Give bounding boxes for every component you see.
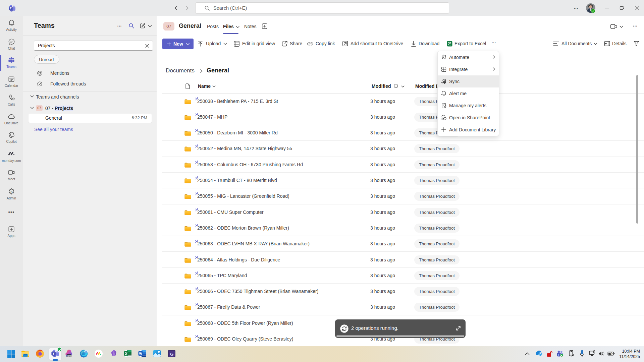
svg-text:A: A: [10, 190, 13, 193]
svg-text:T: T: [10, 7, 12, 10]
svg-text:G: G: [170, 352, 174, 357]
svg-text:M365: M365: [67, 355, 71, 357]
svg-text:T: T: [558, 353, 559, 356]
svg-text:S: S: [442, 118, 443, 120]
svg-text:T: T: [53, 352, 55, 355]
